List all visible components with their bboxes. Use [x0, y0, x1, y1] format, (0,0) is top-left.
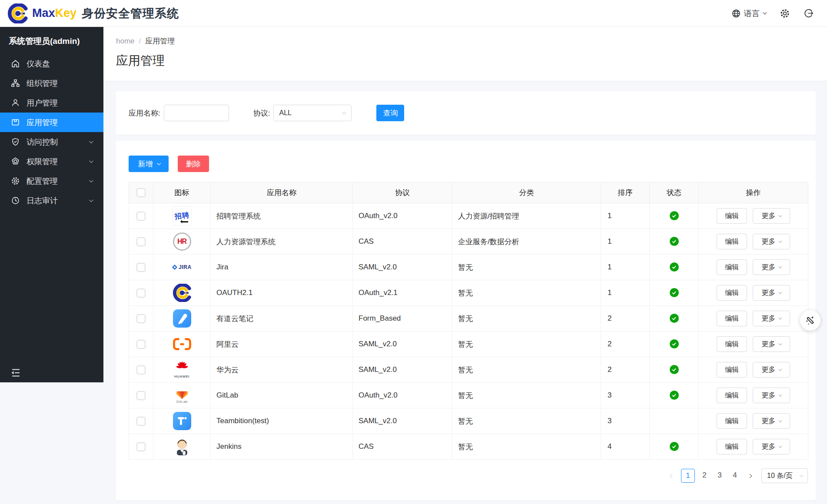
chevron-down-icon — [779, 290, 782, 294]
logout-button[interactable] — [804, 8, 814, 18]
row-checkbox[interactable] — [136, 340, 146, 349]
app-category: 暂无 — [452, 383, 601, 408]
row-checkbox[interactable] — [136, 212, 146, 221]
theme-fab-button[interactable] — [800, 310, 820, 331]
app-sort: 3 — [601, 383, 650, 408]
row-checkbox[interactable] — [136, 417, 146, 426]
more-button[interactable]: 更多 — [753, 259, 790, 275]
app-title: 身份安全管理系统 — [82, 6, 179, 21]
edit-button[interactable]: 编辑 — [717, 285, 747, 301]
page-number-4[interactable]: 4 — [729, 469, 741, 483]
sidebar-item-user[interactable]: 用户管理 — [0, 93, 103, 113]
app-category: 暂无 — [452, 332, 601, 357]
row-checkbox[interactable] — [136, 288, 146, 298]
more-button[interactable]: 更多 — [753, 311, 790, 326]
col-sort: 排序 — [601, 182, 650, 203]
admin-label: 系统管理员(admin) — [0, 27, 103, 54]
breadcrumb-current: 应用管理 — [145, 36, 175, 46]
globe-icon — [731, 9, 741, 18]
apps-table: 图标 应用名称 协议 分类 排序 状态 操作 招聘 招聘管理系统 OAuth_v… — [129, 182, 808, 460]
more-button[interactable]: 更多 — [753, 413, 790, 429]
app-category: 暂无 — [452, 408, 601, 434]
search-button[interactable]: 查询 — [376, 105, 404, 121]
col-status: 状态 — [650, 182, 699, 203]
app-protocol: OAuth_v2.0 — [353, 203, 452, 229]
check-circle-icon — [670, 289, 679, 297]
shield-check-icon — [11, 137, 20, 146]
sidebar-item-apps[interactable]: 应用管理 — [0, 113, 103, 132]
breadcrumb-home[interactable]: home — [116, 37, 135, 46]
sidebar-item-permission[interactable]: 权限管理 — [0, 152, 103, 171]
sidebar-item-config[interactable]: 配置管理 — [0, 171, 103, 191]
row-checkbox[interactable] — [136, 237, 146, 246]
edit-button[interactable]: 编辑 — [717, 311, 747, 326]
sidebar-item-dashboard[interactable]: 仪表盘 — [0, 54, 103, 73]
language-switcher[interactable]: 语言 — [731, 8, 766, 19]
zhaopin-logo: 招聘 — [153, 206, 210, 225]
app-category: 暂无 — [452, 357, 601, 383]
gear-icon — [11, 176, 20, 186]
protocol-select[interactable]: ALL — [273, 105, 352, 121]
check-circle-icon — [670, 391, 679, 400]
check-circle-icon — [670, 340, 679, 348]
app-protocol: CAS — [353, 229, 452, 255]
page-number-2[interactable]: 2 — [699, 469, 710, 483]
check-circle-icon — [670, 263, 679, 272]
sidebar-item-access[interactable]: 访问控制 — [0, 132, 103, 152]
more-button[interactable]: 更多 — [753, 439, 790, 454]
edit-button[interactable]: 编辑 — [717, 234, 747, 249]
youdao-logo — [153, 309, 210, 328]
app-protocol: Form_Based — [353, 306, 452, 332]
chevron-down-icon — [156, 161, 161, 165]
page-number-3[interactable]: 3 — [714, 469, 725, 483]
edit-button[interactable]: 编辑 — [717, 208, 747, 224]
sidebar-item-org[interactable]: 组织管理 — [0, 73, 103, 93]
page-number-1[interactable]: 1 — [681, 469, 695, 483]
page-size-select[interactable]: 10 条/页 — [761, 468, 808, 483]
row-checkbox[interactable] — [136, 442, 146, 451]
chevron-down-icon — [779, 393, 782, 396]
row-checkbox[interactable] — [136, 365, 146, 375]
sidebar-nav: 仪表盘 组织管理 用户管理 应用管理 访问控制 权限管理 配置管理 日志审计 — [0, 54, 103, 210]
app-category: 暂无 — [452, 434, 601, 460]
more-button[interactable]: 更多 — [753, 234, 790, 249]
magic-wand-icon — [805, 315, 816, 326]
edit-button[interactable]: 编辑 — [717, 388, 747, 403]
edit-button[interactable]: 编辑 — [717, 413, 747, 429]
app-name: GitLab — [211, 383, 353, 408]
col-icon: 图标 — [153, 182, 211, 203]
check-circle-icon — [670, 212, 679, 220]
add-button[interactable]: 新增 — [129, 156, 169, 172]
edit-button[interactable]: 编辑 — [717, 362, 747, 378]
more-button[interactable]: 更多 — [753, 208, 790, 224]
prev-page-button[interactable] — [667, 469, 677, 483]
edit-button[interactable]: 编辑 — [717, 336, 747, 352]
check-circle-icon — [670, 315, 679, 323]
col-app-name: 应用名称 — [211, 182, 353, 203]
select-all-checkbox[interactable] — [136, 188, 146, 197]
jira-logo: JIRA — [153, 264, 210, 270]
chevron-down-icon — [779, 342, 782, 345]
edit-button[interactable]: 编辑 — [717, 439, 747, 454]
app-sort: 1 — [601, 229, 650, 255]
table-body: 招聘 招聘管理系统 OAuth_v2.0 人力资源/招聘管理 1 编辑 更多 H… — [129, 203, 808, 460]
settings-button[interactable] — [780, 8, 790, 19]
sidebar-collapse-button[interactable] — [10, 368, 22, 378]
edit-button[interactable]: 编辑 — [717, 259, 747, 275]
main-content: home / 应用管理 应用管理 应用名称: 协议: ALL 查询 新增 删除 — [103, 27, 827, 504]
row-checkbox[interactable] — [136, 263, 146, 272]
check-circle-icon — [670, 366, 679, 374]
chevron-down-icon — [342, 110, 346, 114]
more-button[interactable]: 更多 — [753, 285, 790, 301]
more-button[interactable]: 更多 — [753, 336, 790, 352]
more-button[interactable]: 更多 — [753, 388, 790, 403]
app-name-input[interactable] — [164, 105, 229, 121]
row-checkbox[interactable] — [136, 391, 146, 400]
delete-button[interactable]: 删除 — [178, 156, 209, 172]
more-button[interactable]: 更多 — [753, 362, 790, 378]
row-checkbox[interactable] — [136, 314, 146, 323]
table-row: JIRA Jira SAML_v2.0 暂无 1 编辑 更多 — [129, 255, 808, 280]
next-page-button[interactable] — [744, 469, 755, 483]
sidebar-item-audit[interactable]: 日志审计 — [0, 191, 103, 210]
protocol-select-value: ALL — [279, 109, 291, 116]
